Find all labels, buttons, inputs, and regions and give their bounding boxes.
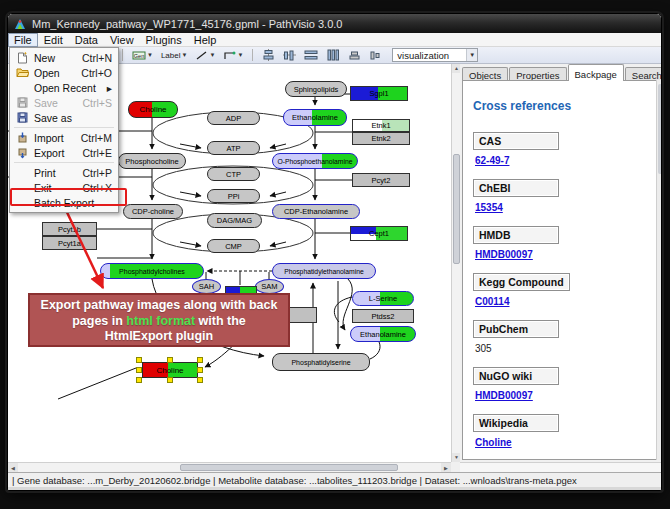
- node-etnk2[interactable]: Etnk2: [352, 132, 410, 145]
- distribute-vertical-button[interactable]: [324, 48, 342, 63]
- selection-handle[interactable]: [197, 367, 203, 373]
- node-sgpl1[interactable]: Sgpl1: [350, 86, 408, 101]
- empty-icon-slot: [14, 167, 30, 179]
- node-atp[interactable]: ATP: [207, 141, 260, 155]
- node-choline-selected[interactable]: Choline: [142, 362, 198, 378]
- node-phosphatidylcholines[interactable]: Phosphatidylcholines: [100, 263, 204, 279]
- menu-help[interactable]: Help: [188, 33, 223, 47]
- menu-plugins[interactable]: Plugins: [140, 33, 188, 47]
- canvas-horizontal-scrollbar[interactable]: ◀ ▶: [8, 462, 451, 472]
- node-phosphatidylserine[interactable]: Phosphatidylserine: [272, 353, 370, 371]
- annotation-callout: Export pathway images along with back pa…: [28, 293, 290, 347]
- canvas-vertical-scrollbar[interactable]: ▲ ▼: [451, 64, 460, 462]
- menu-view[interactable]: View: [104, 33, 140, 47]
- stack-horizontal-button[interactable]: [346, 48, 363, 63]
- menu-item-shortcut: Ctrl+M: [81, 132, 112, 144]
- chevron-down-icon[interactable]: ▼: [209, 52, 215, 58]
- draw-connector-button[interactable]: ▼: [221, 48, 245, 63]
- selection-handle[interactable]: [197, 357, 203, 363]
- chevron-down-icon[interactable]: ▼: [237, 52, 243, 58]
- xref-link[interactable]: 62-49-7: [475, 155, 650, 166]
- menu-edit[interactable]: Edit: [38, 33, 69, 47]
- sidebar-horizontal-scrollbar[interactable]: [460, 462, 662, 472]
- node-sah[interactable]: SAH: [192, 279, 221, 294]
- node-pcyt2[interactable]: Pcyt2: [352, 173, 410, 187]
- node-phosphocholine[interactable]: Phosphocholine: [118, 153, 186, 169]
- draw-line-button[interactable]: ▼: [193, 48, 217, 63]
- selection-handle[interactable]: [167, 357, 173, 363]
- node-sphingolipids[interactable]: Sphingolipids: [285, 81, 347, 97]
- node-choline-top[interactable]: Choline: [128, 101, 178, 118]
- add-datanode-button[interactable]: Gen ▼: [130, 48, 155, 63]
- menu-item-export[interactable]: Export Ctrl+E: [10, 145, 118, 160]
- submenu-arrow-icon: ▸: [107, 82, 112, 94]
- scrollbar-thumb[interactable]: [453, 154, 460, 264]
- menu-item-open-recent[interactable]: Open Recent ▸: [10, 80, 118, 95]
- menu-item-shortcut: Ctrl+P: [83, 167, 112, 179]
- scrollbar-thumb[interactable]: [658, 84, 662, 174]
- node-cdp-ethanolamine[interactable]: CDP-Ethanolamine: [272, 204, 360, 219]
- node-ctp[interactable]: CTP: [207, 167, 260, 181]
- menu-separator: [14, 162, 114, 163]
- scrollbar-thumb[interactable]: [180, 464, 398, 471]
- menu-separator: [14, 127, 114, 128]
- align-center-horizontal-button[interactable]: [260, 48, 277, 63]
- distribute-horizontal-button[interactable]: [302, 48, 320, 63]
- tab-search[interactable]: Search: [625, 67, 662, 81]
- selection-handle[interactable]: [136, 367, 142, 373]
- selection-handle[interactable]: [197, 377, 203, 383]
- chevron-down-icon[interactable]: ▼: [466, 49, 477, 61]
- tab-backpage[interactable]: Backpage: [568, 64, 624, 81]
- chevron-down-icon[interactable]: ▼: [181, 52, 187, 58]
- menu-data[interactable]: Data: [69, 33, 104, 47]
- node-cdp-choline[interactable]: CDP-choline: [123, 204, 183, 219]
- node-sam[interactable]: SAM: [255, 279, 284, 294]
- node-cept1[interactable]: Cept1: [350, 226, 408, 241]
- node-l-serine[interactable]: L-Serine: [352, 291, 414, 306]
- add-label-button[interactable]: Label ▼: [159, 48, 190, 63]
- menu-item-print[interactable]: Print Ctrl+P: [10, 165, 118, 180]
- selection-handle[interactable]: [167, 377, 173, 383]
- menu-bar: File Edit Data View Plugins Help: [8, 33, 661, 47]
- node-o-phosphoethanolamine[interactable]: O-Phosphoethanolamine: [272, 153, 358, 169]
- stack-vertical-button[interactable]: [367, 48, 384, 63]
- xref-header: Kegg Compound: [473, 273, 570, 291]
- node-dag[interactable]: DAG/MAG: [207, 213, 262, 228]
- sidebar-scrollbar[interactable]: [656, 80, 662, 460]
- chevron-down-icon[interactable]: ▼: [147, 52, 153, 58]
- node-pcyt1b[interactable]: Pcyt1b: [42, 222, 97, 236]
- node-adp[interactable]: ADP: [207, 111, 260, 125]
- menu-item-open[interactable]: Open Ctrl+O: [10, 65, 118, 80]
- selection-handle[interactable]: [136, 377, 142, 383]
- backpage-panel: Cross references CAS 62-49-7 ChEBI 15354…: [462, 80, 661, 460]
- node-ethanolamine-bottom[interactable]: Ethanolamine: [350, 326, 416, 342]
- tab-objects[interactable]: Objects: [462, 67, 508, 81]
- tab-properties[interactable]: Properties: [509, 67, 566, 81]
- node-etnk1[interactable]: Etnk1: [352, 119, 410, 132]
- node-ppi[interactable]: PPi: [207, 189, 260, 203]
- annotation-line2: pages in html format with the: [72, 314, 246, 328]
- align-center-vertical-button[interactable]: [281, 48, 298, 63]
- menu-item-import[interactable]: Import Ctrl+M: [10, 130, 118, 145]
- export-icon: [14, 147, 30, 159]
- xref-link[interactable]: HMDB00097: [475, 249, 650, 260]
- node-cmp[interactable]: CMP: [207, 239, 260, 253]
- menu-item-exit[interactable]: Exit Ctrl+X: [10, 180, 118, 195]
- xref-link[interactable]: C00114: [475, 296, 650, 307]
- node-ethanolamine-top[interactable]: Ethanolamine: [283, 109, 347, 126]
- menu-item-batch-export[interactable]: Batch Export: [10, 195, 118, 210]
- xref-link[interactable]: HMDB00097: [475, 390, 650, 401]
- node-hidden-gene-partial[interactable]: [289, 307, 317, 323]
- selection-handle[interactable]: [136, 357, 142, 363]
- node-ptdss2[interactable]: Ptdss2: [352, 309, 414, 323]
- menu-item-save-as[interactable]: Save as: [10, 110, 118, 125]
- node-phosphatidylethanolamine[interactable]: Phosphatidylethanolamine: [272, 263, 376, 279]
- node-pcyt1a[interactable]: Pcyt1a: [42, 236, 97, 250]
- menu-item-label: Save: [34, 97, 58, 109]
- menu-file[interactable]: File: [8, 33, 38, 47]
- empty-icon-slot: [14, 82, 30, 94]
- visualization-combobox[interactable]: visualization ▼: [392, 48, 478, 62]
- xref-link[interactable]: Choline: [475, 437, 650, 448]
- xref-link[interactable]: 15354: [475, 202, 650, 213]
- menu-item-new[interactable]: New Ctrl+N: [10, 50, 118, 65]
